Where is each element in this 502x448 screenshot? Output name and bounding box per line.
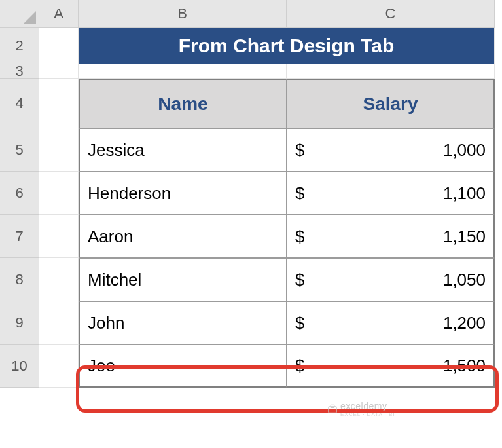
table-cell-name[interactable]: Jessica xyxy=(79,128,287,172)
table-cell-name[interactable]: Aaron xyxy=(79,215,287,258)
column-header-c[interactable]: C xyxy=(287,0,495,28)
watermark-text: exceldemy xyxy=(340,401,387,411)
salary-value: 1,100 xyxy=(443,183,486,204)
row-header-3[interactable]: 3 xyxy=(0,64,39,79)
currency-symbol: $ xyxy=(295,183,304,204)
svg-rect-2 xyxy=(331,405,334,407)
currency-symbol: $ xyxy=(295,140,304,160)
table-cell-salary[interactable]: $ 1,050 xyxy=(287,258,495,301)
salary-value: 1,200 xyxy=(443,313,486,333)
table-header-name[interactable]: Name xyxy=(79,79,287,128)
currency-symbol: $ xyxy=(295,313,304,333)
table-cell-salary[interactable]: $ 1,200 xyxy=(287,301,495,345)
watermark: exceldemy EXCEL · DATA · BI xyxy=(327,401,395,417)
cell-b3[interactable] xyxy=(79,64,287,79)
row-header-8[interactable]: 8 xyxy=(0,258,39,301)
currency-symbol: $ xyxy=(295,227,304,247)
table-cell-salary[interactable]: $ 1,000 xyxy=(287,128,495,172)
table-cell-name[interactable]: Henderson xyxy=(79,172,287,215)
row-header-9[interactable]: 9 xyxy=(0,301,39,345)
currency-symbol: $ xyxy=(295,270,304,290)
cell-c3[interactable] xyxy=(287,64,495,79)
cell-a6[interactable] xyxy=(39,172,79,215)
currency-symbol: $ xyxy=(295,356,304,376)
cell-a7[interactable] xyxy=(39,215,79,258)
table-cell-name[interactable]: Joe xyxy=(79,345,287,388)
salary-value: 1,150 xyxy=(443,227,486,247)
select-all-corner[interactable] xyxy=(0,0,39,28)
cell-a5[interactable] xyxy=(39,128,79,172)
row-header-5[interactable]: 5 xyxy=(0,128,39,172)
cell-a8[interactable] xyxy=(39,258,79,301)
salary-value: 1,500 xyxy=(443,356,486,376)
spreadsheet-grid: A B C 2 3 4 5 6 7 8 9 10 From Chart Desi… xyxy=(0,0,502,388)
cell-a10[interactable] xyxy=(39,345,79,388)
row-header-6[interactable]: 6 xyxy=(0,172,39,215)
row-header-7[interactable]: 7 xyxy=(0,215,39,258)
salary-value: 1,050 xyxy=(443,270,486,290)
table-header-salary[interactable]: Salary xyxy=(287,79,495,128)
watermark-subtext: EXCEL · DATA · BI xyxy=(340,411,395,417)
cell-a3[interactable] xyxy=(39,64,79,79)
column-header-a[interactable]: A xyxy=(39,0,79,28)
table-cell-salary[interactable]: $ 1,100 xyxy=(287,172,495,215)
row-header-2[interactable]: 2 xyxy=(0,28,39,64)
column-header-b[interactable]: B xyxy=(79,0,287,28)
row-header-4[interactable]: 4 xyxy=(0,79,39,128)
row-header-10[interactable]: 10 xyxy=(0,345,39,388)
table-cell-salary[interactable]: $ 1,500 xyxy=(287,345,495,388)
cell-a2[interactable] xyxy=(39,28,79,64)
table-cell-salary[interactable]: $ 1,150 xyxy=(287,215,495,258)
watermark-icon xyxy=(327,404,338,415)
title-banner[interactable]: From Chart Design Tab xyxy=(79,28,495,64)
svg-marker-0 xyxy=(23,11,36,24)
salary-value: 1,000 xyxy=(443,140,486,160)
table-cell-name[interactable]: Mitchel xyxy=(79,258,287,301)
select-all-triangle-icon xyxy=(23,11,36,24)
table-cell-name[interactable]: John xyxy=(79,301,287,345)
cell-a4[interactable] xyxy=(39,79,79,128)
cell-a9[interactable] xyxy=(39,301,79,345)
